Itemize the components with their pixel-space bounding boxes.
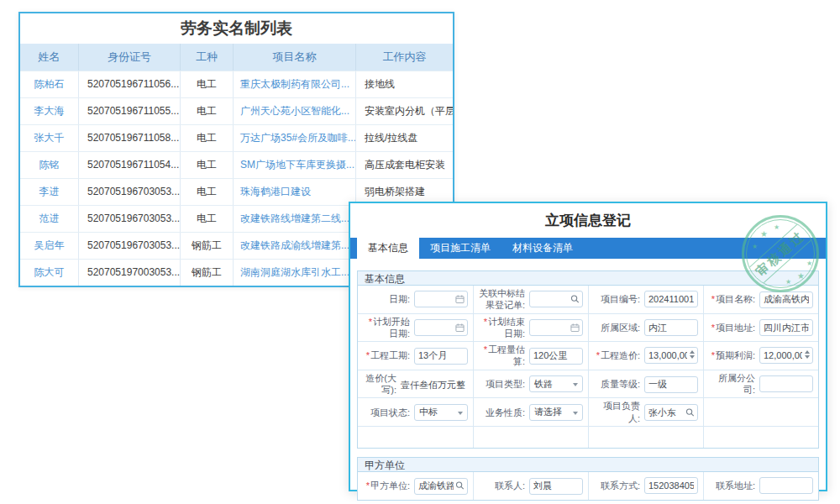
form-row-empty xyxy=(358,426,818,448)
project-name-input[interactable] xyxy=(759,291,813,308)
field-label: 联系方式: xyxy=(601,480,640,491)
field-label: 所属分公司: xyxy=(718,373,755,395)
worker-name-link[interactable]: 李进 xyxy=(20,179,78,205)
required-mark: * xyxy=(484,344,487,354)
tab-materials-list[interactable]: 材料设备清单 xyxy=(501,238,584,259)
search-icon[interactable] xyxy=(570,295,580,304)
project-name-link[interactable]: SM广场地下车库更换摄... xyxy=(233,152,355,178)
project-registration-panel: 立项信息登记 基本信息 项目施工清单 材料设备清单 基本信息 日期: 关联中标结… xyxy=(349,202,827,491)
project-number-input[interactable] xyxy=(644,291,698,307)
project-status-select[interactable]: 中标 xyxy=(414,404,468,421)
field-label: 所属区域: xyxy=(601,323,640,333)
project-address-input[interactable] xyxy=(759,319,813,336)
worker-id-number: 520705196703053... xyxy=(78,233,180,259)
field-label: 业务性质: xyxy=(486,407,525,417)
worker-worktype: 电工 xyxy=(180,125,233,151)
calendar-icon[interactable] xyxy=(455,323,465,332)
worker-worktype: 电工 xyxy=(180,71,233,97)
number-spinner-icon[interactable] xyxy=(805,350,810,359)
field-label: 日期: xyxy=(389,294,410,304)
number-spinner-icon[interactable] xyxy=(690,350,695,359)
worker-worktype: 钢筋工 xyxy=(180,233,233,259)
calendar-icon[interactable] xyxy=(570,323,580,332)
field-label: 项目类型: xyxy=(486,379,525,389)
field-quantity-estimate: *工程量估算: xyxy=(473,342,588,370)
required-mark: * xyxy=(484,317,487,327)
project-name-link[interactable]: 改建铁路成渝线增建第... xyxy=(233,233,355,259)
worker-name-link[interactable]: 陈铭 xyxy=(20,152,78,178)
field-label: 预期利润: xyxy=(716,350,755,360)
column-header-project: 项目名称 xyxy=(233,44,355,71)
field-label: 项目状态: xyxy=(370,407,410,417)
search-icon[interactable] xyxy=(685,407,695,417)
approval-stamp-text: 审核通过 xyxy=(746,219,815,288)
duration-input[interactable] xyxy=(414,348,468,365)
required-mark: * xyxy=(596,350,600,360)
form-row: 项目状态: 中标 业务性质: 请选择 项目负责人: xyxy=(358,397,818,426)
worker-name-link[interactable]: 张大千 xyxy=(20,125,78,151)
tab-basic-info[interactable]: 基本信息 xyxy=(357,238,419,259)
field-label: 造价(大写): xyxy=(365,373,396,395)
form-row: 日期: 关联中标结果登记单: 项目编号: *项目名称: xyxy=(358,286,818,313)
chevron-down-icon xyxy=(573,383,578,386)
project-name-link[interactable]: 湖南洞庭湖水库引水工... xyxy=(233,260,355,286)
project-name-link[interactable]: 万达广场35#会所及咖啡... xyxy=(233,125,355,151)
empty-cell xyxy=(473,427,588,448)
section-party-a-header: 甲方单位 xyxy=(358,458,818,472)
work-content: 接地线 xyxy=(355,71,453,97)
field-contact-address: 联系地址: xyxy=(703,472,818,500)
approval-stamp: 审核通过 ★ ★ ★ ★ ★ ★ xyxy=(742,215,819,292)
work-content: 拉线/拉线盘 xyxy=(355,125,453,151)
worker-name-link[interactable]: 范进 xyxy=(20,206,78,232)
star-icon: ★ xyxy=(806,260,812,267)
project-name-link[interactable]: 重庆太极制药有限公司... xyxy=(233,71,355,97)
search-icon[interactable] xyxy=(455,481,465,491)
field-party-a: *甲方单位: xyxy=(358,472,473,500)
field-date: 日期: xyxy=(358,286,473,313)
form-row: *工程工期: *工程量估算: *工程造价: *预期利润: xyxy=(358,341,818,370)
field-cost-in-words: 造价(大写): 壹仟叁佰万元整 xyxy=(358,370,473,398)
field-label: 质量等级: xyxy=(601,379,640,389)
branch-company-input[interactable] xyxy=(759,375,813,392)
worker-name-link[interactable]: 陈柏石 xyxy=(20,71,78,97)
worker-name-link[interactable]: 陈大可 xyxy=(20,260,78,286)
worker-name-link[interactable]: 吴启年 xyxy=(20,233,78,259)
star-icon: ★ xyxy=(752,244,758,250)
field-project-number: 项目编号: xyxy=(588,286,703,313)
selected-value: 铁路 xyxy=(534,378,553,391)
quality-grade-input[interactable] xyxy=(644,376,698,393)
empty-cell xyxy=(358,427,473,448)
required-mark: * xyxy=(366,350,370,360)
field-plan-end-date: *计划结束日期: xyxy=(473,314,588,342)
project-name-link[interactable]: 珠海鹤港口建设 xyxy=(233,179,355,205)
project-type-select[interactable]: 铁路 xyxy=(529,375,583,392)
field-plan-start-date: *计划开始日期: xyxy=(358,314,473,342)
project-name-link[interactable]: 广州天心苑小区智能化... xyxy=(233,98,355,124)
approval-stamp-ring: 审核通过 ★ ★ ★ ★ ★ ★ xyxy=(746,219,815,288)
column-header-content: 工作内容 xyxy=(355,44,453,71)
contact-phone-input[interactable] xyxy=(644,477,698,494)
worker-id-number: 520705196711058... xyxy=(78,125,180,151)
region-input[interactable] xyxy=(644,319,698,336)
worker-worktype: 钢筋工 xyxy=(180,260,233,286)
field-label: 工程工期: xyxy=(370,350,410,360)
contact-address-input[interactable] xyxy=(759,477,813,494)
field-quality-grade: 质量等级: xyxy=(588,370,703,398)
business-nature-select[interactable]: 请选择 xyxy=(529,404,583,421)
selected-value: 请选择 xyxy=(534,406,562,418)
field-contact-phone: 联系方式: xyxy=(588,472,703,500)
field-label: 甲方单位: xyxy=(370,480,410,491)
project-name-link[interactable]: 改建铁路线增建第二线... xyxy=(233,206,355,232)
calendar-icon[interactable] xyxy=(455,295,465,304)
required-mark: * xyxy=(711,294,715,304)
quantity-input[interactable] xyxy=(529,348,583,365)
field-project-address: *项目地址: xyxy=(703,314,818,342)
worker-id-number: 520705196703053... xyxy=(78,206,180,232)
contact-person-input[interactable] xyxy=(529,478,583,495)
required-mark: * xyxy=(366,480,370,491)
chevron-down-icon xyxy=(458,412,463,415)
tab-construction-list[interactable]: 项目施工清单 xyxy=(419,238,501,259)
worker-name-link[interactable]: 李大海 xyxy=(20,98,78,124)
work-content: 高压成套电柜安装 xyxy=(355,152,453,178)
field-business-nature: 业务性质: 请选择 xyxy=(473,398,588,426)
